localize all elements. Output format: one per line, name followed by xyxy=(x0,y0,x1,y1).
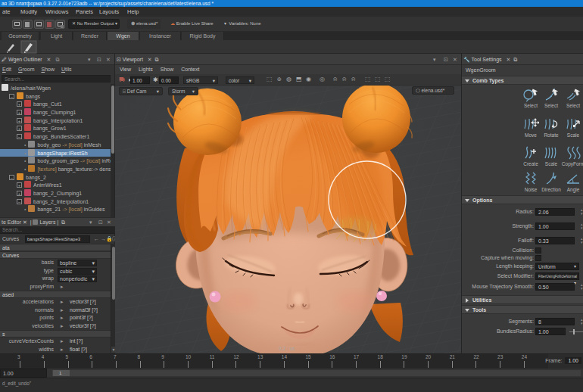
svg-text:0.2 : us: 0.2 : us xyxy=(279,346,295,351)
